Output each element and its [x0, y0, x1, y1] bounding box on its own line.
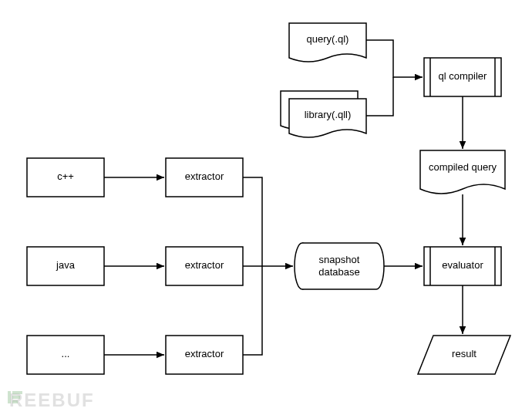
- extractor3-label: extractor: [185, 348, 224, 359]
- edge-extractor1-merge: [243, 177, 262, 266]
- result-label: result: [452, 348, 476, 359]
- queryql-label: query(.ql): [307, 33, 349, 45]
- watermark: REEBUF: [8, 390, 95, 411]
- qlcompiler-label: ql compiler: [439, 70, 488, 82]
- svg-rect-9: [12, 400, 18, 403]
- svg-rect-7: [12, 391, 22, 394]
- evaluator-label: evaluator: [442, 259, 483, 271]
- extractor2-label: extractor: [185, 259, 224, 271]
- edge-extractor3-merge: [243, 266, 262, 355]
- compiledquery-label: compiled query: [429, 161, 497, 173]
- java-label: java: [56, 259, 76, 271]
- other-label: ...: [62, 348, 70, 359]
- snapshotdb-label-2: database: [318, 266, 360, 278]
- extractor1-label: extractor: [185, 170, 224, 182]
- svg-rect-6: [8, 391, 11, 403]
- snapshotdb-label-1: snapshot: [319, 254, 360, 265]
- libraryqll-label: library(.qll): [305, 109, 352, 120]
- edge-library-compiler: [366, 77, 393, 116]
- svg-rect-8: [12, 396, 20, 399]
- edge-query-compiler: [366, 40, 423, 77]
- cpp-label: c++: [57, 170, 74, 182]
